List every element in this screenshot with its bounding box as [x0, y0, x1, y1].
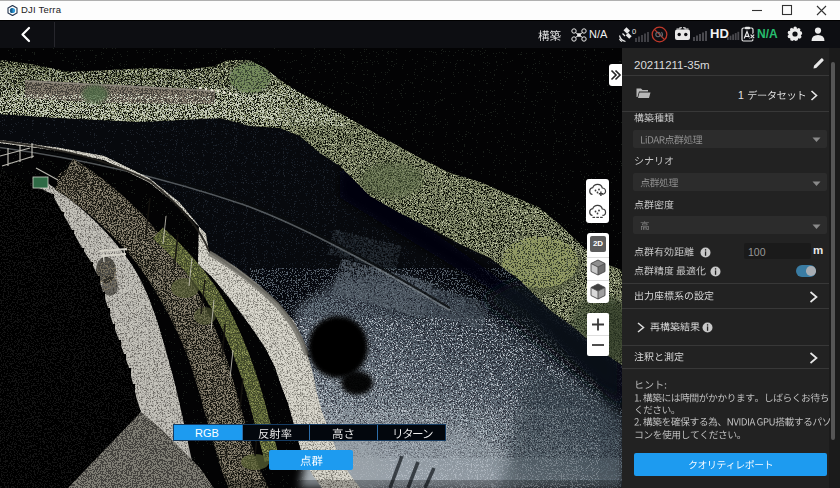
svg-text:0: 0: [632, 27, 636, 36]
